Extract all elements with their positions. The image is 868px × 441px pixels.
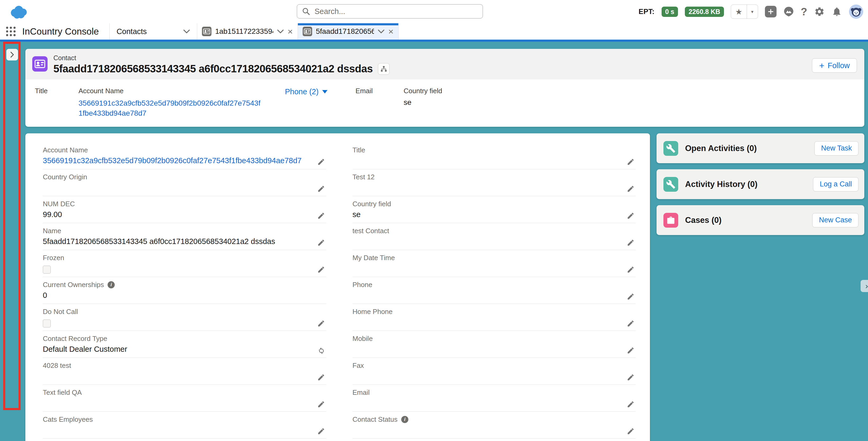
favorites-button[interactable]: ★ ▼ (731, 4, 758, 19)
field-row-cats-employees: Cats Employees (43, 412, 326, 439)
entity-label: Contact (53, 54, 812, 62)
wrench-icon (666, 179, 676, 189)
chevron-right-icon: › (865, 281, 868, 291)
edit-pencil-icon[interactable] (317, 400, 325, 408)
case-icon (666, 215, 676, 225)
highlight-field-phone: Phone (2) (285, 87, 355, 119)
edit-pencil-icon[interactable] (627, 346, 634, 354)
bell-icon (832, 6, 842, 17)
expand-left-panel-button[interactable] (6, 49, 18, 61)
search-input[interactable] (314, 7, 478, 16)
field-row-contact-status: Contact Status i (352, 412, 636, 439)
related-card-activity-history: Activity History (0) Log a Call (656, 169, 864, 199)
view-hierarchy-button[interactable] (378, 63, 390, 75)
chevron-down-icon[interactable] (183, 29, 190, 34)
info-icon[interactable]: i (401, 416, 408, 423)
app-launcher-icon[interactable] (5, 26, 17, 37)
new-case-button[interactable]: New Case (812, 213, 859, 227)
activity-history-icon (663, 177, 678, 192)
ept-time-badge: 0 s (661, 7, 678, 17)
details-right-column: Title Test 12 Country field se (352, 142, 636, 439)
edit-pencil-icon[interactable] (627, 212, 634, 220)
edit-pencil-icon[interactable] (317, 427, 325, 435)
open-activities-icon (663, 141, 678, 156)
highlights-panel: Contact 5faadd1718206568533143345 a6f0cc… (25, 49, 864, 127)
chevron-down-icon[interactable] (378, 29, 384, 34)
edit-pencil-icon[interactable] (627, 293, 634, 301)
related-card-title: Cases (0) (685, 215, 812, 225)
edit-pencil-icon[interactable] (317, 266, 325, 274)
edit-pencil-icon[interactable] (627, 319, 634, 328)
highlights-fields: Title Account Name 35669191c32a9cfb532e5… (25, 79, 864, 127)
phone-dropdown[interactable]: Phone (2) (285, 88, 355, 96)
notifications-button[interactable] (832, 6, 842, 17)
frozen-checkbox[interactable] (43, 266, 51, 274)
contact-entity-icon (32, 56, 48, 72)
edit-pencil-icon[interactable] (317, 185, 325, 193)
field-row-title: Title (352, 142, 636, 169)
setup-button[interactable] (814, 6, 825, 17)
ept-label: EPT: (639, 8, 655, 16)
related-card-cases: Cases (0) New Case (656, 205, 864, 235)
account-name-link[interactable]: 35669191c32a9cfb532e5d79b09f2b0926c0faf2… (43, 156, 326, 165)
field-row-phone: Phone (352, 277, 636, 304)
edit-pencil-icon[interactable] (627, 185, 634, 193)
global-header: EPT: 0 s 2260.8 KB ★ ▼ ? (0, 0, 868, 23)
record-page: Contact 5faadd1718206568533143345 a6f0cc… (25, 49, 864, 441)
chevron-down-icon[interactable] (277, 29, 284, 34)
do-not-call-checkbox[interactable] (43, 319, 51, 328)
edit-pencil-icon[interactable] (317, 319, 325, 328)
astro-avatar-icon (849, 4, 863, 19)
contact-tab-icon (303, 27, 312, 36)
close-icon[interactable]: × (388, 27, 394, 36)
record-title: 5faadd1718206568533143345 a6f0cc17182065… (53, 63, 373, 75)
salesforce-console-screen: EPT: 0 s 2260.8 KB ★ ▼ ? (0, 0, 868, 441)
close-icon[interactable]: × (287, 27, 293, 36)
add-button[interactable] (765, 6, 777, 18)
console-tab-bar: InCountry Console Contacts 1ab1511722335… (0, 23, 868, 42)
change-record-type-icon[interactable] (317, 346, 325, 354)
wrench-icon (666, 144, 676, 153)
info-icon[interactable]: i (107, 281, 115, 289)
edit-pencil-icon[interactable] (317, 158, 325, 166)
help-icon[interactable]: ? (801, 6, 807, 18)
record-details-panel: Account Name 35669191c32a9cfb532e5d79b09… (25, 133, 650, 441)
favorites-caret-icon[interactable]: ▼ (747, 5, 758, 19)
field-row-country-field: Country field se (352, 196, 636, 223)
plus-icon: + (819, 61, 825, 70)
edit-pencil-icon[interactable] (627, 427, 634, 435)
field-row-num-dec: NUM DEC 99.00 (43, 196, 326, 223)
follow-button[interactable]: + Follow (812, 58, 857, 73)
highlight-field-account-name: Account Name 35669191c32a9cfb532e5d79b09… (79, 87, 285, 119)
highlight-field-email: Email (355, 87, 404, 119)
field-row-current-ownerships: Current Ownerships i 0 (43, 277, 326, 304)
account-name-link[interactable]: 35669191c32a9cfb532e5d79b09f2b0926c0faf2… (79, 98, 264, 118)
field-row-account-name: Account Name 35669191c32a9cfb532e5d79b09… (43, 142, 326, 169)
field-row-text-field-qa: Text field QA (43, 385, 326, 412)
workspace-tab-2-active[interactable]: 5faadd1718206568... × (298, 23, 398, 40)
edit-pencil-icon[interactable] (627, 373, 634, 381)
tab-label: 1ab1511722335941... (215, 27, 273, 36)
edit-pencil-icon[interactable] (627, 158, 634, 166)
edit-pencil-icon[interactable] (317, 373, 325, 381)
field-row-frozen: Frozen (43, 250, 326, 277)
header-utilities: EPT: 0 s 2260.8 KB ★ ▼ ? (639, 0, 863, 23)
field-row-contact-record-type: Contact Record Type Default Dealer Custo… (43, 331, 326, 358)
trailhead-button[interactable] (783, 6, 794, 17)
field-row-email: Email (352, 385, 636, 412)
highlight-field-title: Title (35, 87, 79, 119)
highlights-header: Contact 5faadd1718206568533143345 a6f0cc… (25, 49, 864, 79)
edit-pencil-icon[interactable] (627, 239, 634, 247)
workspace-tab-1[interactable]: 1ab1511722335941... × (197, 23, 298, 40)
edit-pencil-icon[interactable] (317, 212, 325, 220)
global-search-box[interactable] (297, 4, 483, 19)
edit-pencil-icon[interactable] (627, 400, 634, 408)
log-a-call-button[interactable]: Log a Call (813, 177, 859, 192)
avatar[interactable] (849, 4, 863, 19)
tab-label: 5faadd1718206568... (316, 27, 374, 36)
edit-pencil-icon[interactable] (627, 266, 634, 274)
field-row-test-12: Test 12 (352, 169, 636, 196)
edit-pencil-icon[interactable] (317, 239, 325, 247)
new-task-button[interactable]: New Task (814, 141, 859, 156)
nav-item-contacts[interactable]: Contacts (110, 23, 197, 40)
